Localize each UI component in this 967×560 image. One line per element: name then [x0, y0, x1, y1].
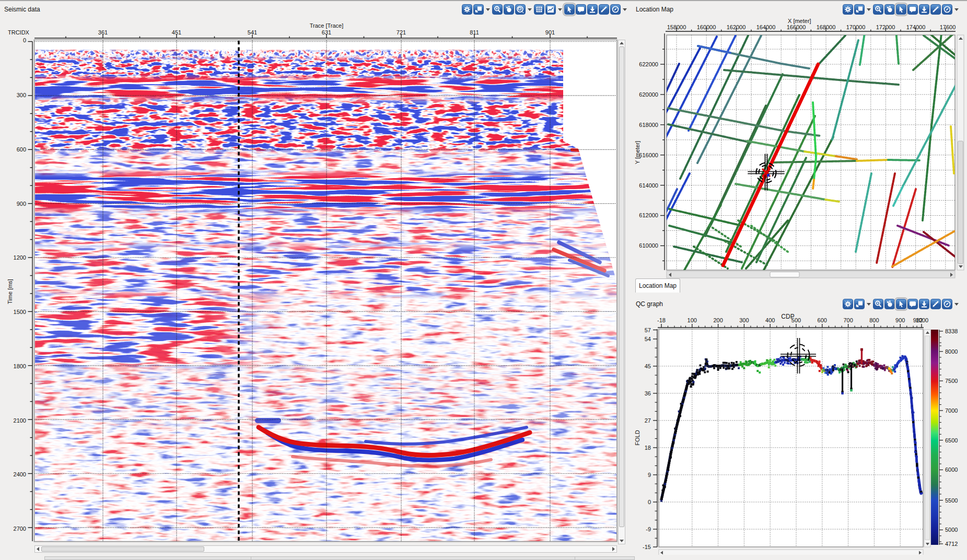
svg-text:166000: 166000: [787, 24, 806, 30]
svg-text:36: 36: [645, 390, 651, 396]
svg-text:300: 300: [739, 317, 749, 323]
svg-text:17600: 17600: [940, 24, 956, 30]
svg-text:27: 27: [645, 417, 651, 424]
svg-text:Y [meter]: Y [meter]: [634, 141, 640, 164]
svg-text:5500: 5500: [945, 497, 958, 504]
svg-text:7000: 7000: [945, 407, 958, 414]
svg-text:612000: 612000: [639, 212, 658, 218]
svg-text:0: 0: [648, 499, 651, 505]
svg-text:100: 100: [688, 317, 697, 323]
svg-text:618000: 618000: [639, 122, 658, 128]
svg-text:610000: 610000: [639, 242, 658, 249]
svg-text:57: 57: [645, 327, 651, 333]
svg-text:4712: 4712: [945, 541, 958, 547]
svg-text:5000: 5000: [945, 527, 958, 533]
svg-text:8000: 8000: [945, 348, 958, 355]
svg-text:164000: 164000: [756, 24, 776, 30]
svg-text:54: 54: [645, 336, 651, 342]
svg-text:6500: 6500: [945, 437, 958, 444]
svg-text:616000: 616000: [639, 152, 658, 158]
svg-text:18: 18: [645, 445, 651, 451]
svg-text:900: 900: [895, 317, 905, 323]
svg-text:174000: 174000: [906, 24, 926, 30]
svg-text:6000: 6000: [945, 466, 958, 473]
svg-text:162000: 162000: [727, 24, 746, 30]
svg-text:-18: -18: [657, 317, 666, 323]
svg-text:-9: -9: [646, 526, 651, 532]
svg-text:614000: 614000: [639, 182, 658, 189]
svg-text:170000: 170000: [846, 24, 866, 30]
svg-text:172000: 172000: [876, 24, 895, 30]
svg-text:600: 600: [818, 317, 827, 323]
svg-text:45: 45: [645, 363, 651, 369]
svg-text:1000: 1000: [916, 317, 928, 323]
svg-text:9: 9: [648, 472, 651, 478]
svg-text:200: 200: [713, 317, 723, 323]
svg-text:500: 500: [791, 317, 801, 323]
svg-text:8338: 8338: [945, 328, 958, 334]
svg-text:400: 400: [765, 317, 775, 323]
svg-text:FOLD: FOLD: [634, 430, 640, 445]
svg-text:800: 800: [869, 317, 879, 323]
svg-text:7500: 7500: [945, 378, 958, 384]
svg-text:168000: 168000: [817, 24, 836, 30]
svg-text:622000: 622000: [639, 61, 658, 67]
svg-text:620000: 620000: [639, 91, 658, 98]
svg-text:160000: 160000: [697, 24, 716, 30]
svg-text:158000: 158000: [667, 24, 686, 30]
svg-text:700: 700: [843, 317, 853, 323]
svg-text:-15: -15: [643, 544, 651, 550]
